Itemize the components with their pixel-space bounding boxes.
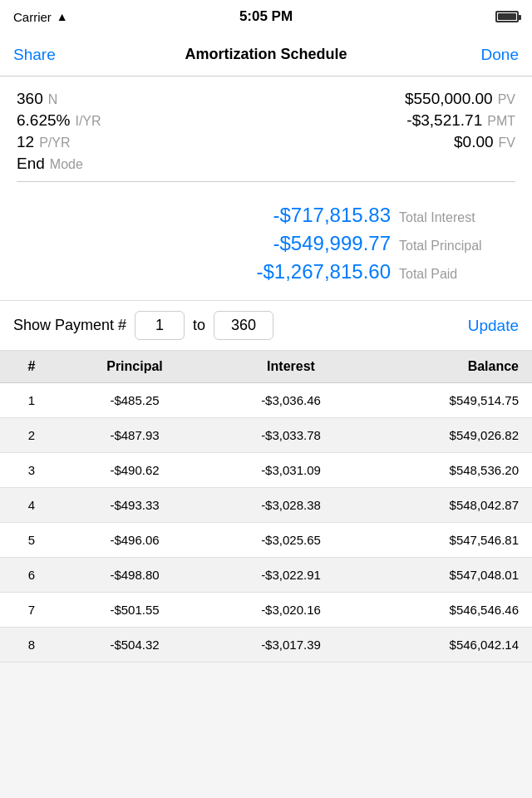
table-row: 1 -$485.25 -$3,036.46 $549,514.75 xyxy=(0,383,532,418)
total-interest-label: Total Interest xyxy=(399,210,515,225)
params-row-2: 6.625% I/YR -$3,521.71 PMT xyxy=(17,111,515,130)
pmt-param: -$3,521.71 PMT xyxy=(406,111,515,130)
cell-balance: $549,514.75 xyxy=(369,393,525,407)
done-button[interactable]: Done xyxy=(469,46,519,64)
cell-num: 8 xyxy=(7,638,57,652)
fv-value: $0.00 xyxy=(454,133,494,151)
cell-balance: $546,042.14 xyxy=(369,638,525,652)
total-interest-row: -$717,815.83 Total Interest xyxy=(17,204,515,227)
params-row-3: 12 P/YR $0.00 FV xyxy=(17,133,515,151)
cell-principal: -$490.62 xyxy=(57,463,213,477)
total-interest-value: -$717,815.83 xyxy=(175,204,391,227)
cell-interest: -$3,017.39 xyxy=(213,638,369,652)
table-row: 3 -$490.62 -$3,031.09 $548,536.20 xyxy=(0,453,532,488)
cell-principal: -$487.93 xyxy=(57,428,213,442)
cell-interest: -$3,025.65 xyxy=(213,533,369,547)
carrier-label: Carrier ▲ xyxy=(13,10,68,24)
mode-param: End Mode xyxy=(17,155,83,173)
mode-value: End xyxy=(17,155,45,173)
status-time: 5:05 PM xyxy=(239,8,293,25)
cell-balance: $548,042.87 xyxy=(369,498,525,512)
cell-principal: -$504.32 xyxy=(57,638,213,652)
pmt-label: PMT xyxy=(487,114,515,129)
cell-interest: -$3,022.91 xyxy=(213,568,369,582)
fv-label: FV xyxy=(499,135,515,150)
cell-num: 2 xyxy=(7,428,57,442)
payment-range-label: Show Payment # xyxy=(13,317,126,334)
battery-icon xyxy=(495,11,519,22)
table-row: 8 -$504.32 -$3,017.39 $546,042.14 xyxy=(0,628,532,663)
cell-principal: -$496.06 xyxy=(57,533,213,547)
cell-balance: $546,546.46 xyxy=(369,603,525,617)
cell-balance: $548,536.20 xyxy=(369,463,525,477)
cell-interest: -$3,036.46 xyxy=(213,393,369,407)
cell-balance: $547,048.01 xyxy=(369,568,525,582)
total-paid-value: -$1,267,815.60 xyxy=(175,260,391,283)
status-bar: Carrier ▲ 5:05 PM xyxy=(0,0,532,33)
n-label: N xyxy=(48,92,58,107)
fv-param: $0.00 FV xyxy=(454,133,515,151)
iyr-param: 6.625% I/YR xyxy=(17,111,101,130)
cell-principal: -$498.80 xyxy=(57,568,213,582)
page-title: Amortization Schedule xyxy=(63,46,469,63)
cell-interest: -$3,028.38 xyxy=(213,498,369,512)
pmt-value: -$3,521.71 xyxy=(406,111,482,130)
pyr-param: 12 P/YR xyxy=(17,133,70,151)
cell-num: 6 xyxy=(7,568,57,582)
col-header-principal: Principal xyxy=(57,359,213,374)
params-row-4: End Mode xyxy=(17,155,515,173)
params-section: 360 N $550,000.00 PV 6.625% I/YR -$3,521… xyxy=(0,76,532,199)
payment-range-bar: Show Payment # to Update xyxy=(0,300,532,351)
payment-to-label: to xyxy=(193,317,205,334)
params-row-1: 360 N $550,000.00 PV xyxy=(17,90,515,108)
total-paid-row: -$1,267,815.60 Total Paid xyxy=(17,260,515,283)
cell-interest: -$3,020.16 xyxy=(213,603,369,617)
totals-section: -$717,815.83 Total Interest -$549,999.77… xyxy=(0,199,532,300)
table-row: 6 -$498.80 -$3,022.91 $547,048.01 xyxy=(0,558,532,593)
n-value: 360 xyxy=(17,90,43,108)
pyr-label: P/YR xyxy=(39,135,70,150)
cell-num: 5 xyxy=(7,533,57,547)
total-principal-label: Total Principal xyxy=(399,239,515,254)
n-param: 360 N xyxy=(17,90,57,108)
nav-bar: Share Amortization Schedule Done xyxy=(0,33,532,76)
wifi-icon: ▲ xyxy=(57,10,68,23)
col-header-interest: Interest xyxy=(213,359,369,374)
cell-interest: -$3,031.09 xyxy=(213,463,369,477)
pv-value: $550,000.00 xyxy=(405,90,493,108)
table-row: 5 -$496.06 -$3,025.65 $547,546.81 xyxy=(0,523,532,558)
table-row: 7 -$501.55 -$3,020.16 $546,546.46 xyxy=(0,593,532,628)
col-header-balance: Balance xyxy=(369,359,525,374)
cell-num: 3 xyxy=(7,463,57,477)
cell-principal: -$501.55 xyxy=(57,603,213,617)
params-divider xyxy=(17,181,515,182)
pv-param: $550,000.00 PV xyxy=(405,90,515,108)
cell-balance: $549,026.82 xyxy=(369,428,525,442)
cell-num: 1 xyxy=(7,393,57,407)
payment-from-input[interactable] xyxy=(135,311,185,340)
total-principal-value: -$549,999.77 xyxy=(175,232,391,255)
cell-num: 7 xyxy=(7,603,57,617)
cell-num: 4 xyxy=(7,498,57,512)
table-row: 2 -$487.93 -$3,033.78 $549,026.82 xyxy=(0,418,532,453)
update-button[interactable]: Update xyxy=(468,317,519,335)
pv-label: PV xyxy=(498,92,515,107)
mode-label: Mode xyxy=(50,157,83,172)
iyr-label: I/YR xyxy=(75,114,101,129)
cell-principal: -$493.33 xyxy=(57,498,213,512)
total-paid-label: Total Paid xyxy=(399,267,515,282)
carrier-text: Carrier xyxy=(13,10,52,24)
cell-balance: $547,546.81 xyxy=(369,533,525,547)
table-row: 4 -$493.33 -$3,028.38 $548,042.87 xyxy=(0,488,532,523)
table-body: 1 -$485.25 -$3,036.46 $549,514.75 2 -$48… xyxy=(0,383,532,663)
cell-principal: -$485.25 xyxy=(57,393,213,407)
col-header-num: # xyxy=(7,359,57,374)
pyr-value: 12 xyxy=(17,133,34,151)
payment-to-input[interactable] xyxy=(214,311,273,340)
table-header: # Principal Interest Balance xyxy=(0,351,532,383)
share-button[interactable]: Share xyxy=(13,46,63,64)
iyr-value: 6.625% xyxy=(17,111,70,130)
total-principal-row: -$549,999.77 Total Principal xyxy=(17,232,515,255)
cell-interest: -$3,033.78 xyxy=(213,428,369,442)
